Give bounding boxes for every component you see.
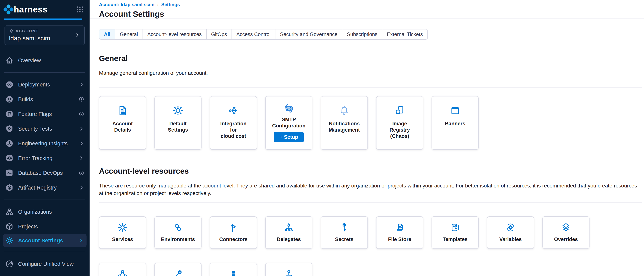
sidebar-item-engineering-insights[interactable]: Engineering Insights [0,136,90,151]
sidebar-item-label: Overview [18,57,41,64]
sidebar-item-account-settings[interactable]: Account Settings [3,234,86,247]
sidebar-item-label: Engineering Insights [18,141,68,147]
harness-logo-text: harness [14,4,48,15]
account-level-cards: Services Environments Connectors Delegat… [99,216,642,249]
card-account-details[interactable]: Account Details [99,96,146,150]
tab-bar: All General Account-level resources GitO… [99,29,428,40]
section-desc-general: Manage general configuration of your acc… [99,69,640,77]
account-name: ldap saml scim [9,35,74,42]
badge-flags-icon [5,110,14,118]
card-label: File Store [386,236,413,243]
card-webhook[interactable] [99,263,146,276]
info-icon [78,170,84,176]
card-ddob[interactable]: DDOB [265,263,312,276]
card-overrides[interactable]: Overrides [542,216,590,249]
tab-access-control[interactable]: Access Control [232,30,275,39]
sidebar-item-error-tracking[interactable]: Error Tracking [0,151,90,166]
layers-icon [561,222,571,233]
sidebar-item-label: Database DevOps [18,170,63,176]
sidebar-item-builds[interactable]: Builds [0,92,90,107]
cube-icon [5,222,14,231]
card-default-settings[interactable]: Default Settings [154,96,202,150]
smtp-icon [283,103,294,114]
app-switcher-grid-icon[interactable] [76,6,84,14]
tab-gitops[interactable]: GitOps [206,30,232,39]
card-integration-for-cloud-cost[interactable]: Integration for cloud cost [210,96,257,150]
card-label: SMTP Configuration [271,116,307,129]
section-divider [99,87,642,88]
card-connectors[interactable]: Connectors [210,216,257,249]
card-bars[interactable] [210,263,257,276]
sidebar-item-label: Account Settings [18,237,63,244]
section-divider [99,202,642,203]
info-icon [78,96,84,102]
partial-row-cards: Feature DDOB [99,263,642,276]
card-label: Notifications Management [327,121,361,133]
tab-all[interactable]: All [99,30,115,39]
card-label: Overrides [552,236,579,243]
bell-icon [339,105,350,116]
page-title: Account Settings [99,10,644,19]
sidebar-divider [4,72,86,73]
sidebar-item-overview[interactable]: Overview [0,53,90,68]
tab-label: GitOps [211,32,227,37]
templates-icon [450,222,460,233]
account-selector[interactable]: ACCOUNT ldap saml scim [4,26,85,45]
sidebar-item-label: Artifact Registry [18,185,57,191]
tab-security-and-governance[interactable]: Security and Governance [275,30,342,39]
breadcrumb-account-link[interactable]: Account: ldap saml scim [99,2,154,7]
breadcrumb-settings-link[interactable]: Settings [162,2,180,7]
tab-account-level-resources[interactable]: Account-level resources [142,30,206,39]
card-delegates[interactable]: Delegates [265,216,312,249]
badge-insights-icon [5,139,14,148]
breadcrumb: Account: ldap saml scim › Settings [99,2,644,7]
tab-external-tickets[interactable]: External Tickets [382,30,428,39]
chevron-icon [78,141,84,146]
card-feature[interactable]: Feature [154,263,202,276]
tab-label: All [104,32,110,37]
tab-label: Access Control [236,32,271,37]
card-label: Templates [441,236,469,243]
tab-subscriptions[interactable]: Subscriptions [342,30,382,39]
card-image-registry-chaos[interactable]: Image Registry (Chaos) [376,96,423,150]
home-icon [5,56,14,65]
card-banners[interactable]: Banners [432,96,479,150]
card-label: Secrets [334,236,355,243]
sidebar-item-database-devops[interactable]: Database DevOps [0,166,90,180]
card-secrets[interactable]: Secrets [321,216,368,249]
sidebar-item-label: Projects [18,223,38,230]
breadcrumb-separator: › [157,2,159,7]
sidebar-item-artifact-registry[interactable]: Artifact Registry [0,180,90,195]
tab-general[interactable]: General [115,30,142,39]
sidebar-item-configure-unified-view[interactable]: Configure Unified View [0,256,90,271]
branch-icon [228,222,238,233]
bars-icon [228,269,238,276]
badge-error-icon [5,154,14,162]
sidebar-item-security-tests[interactable]: Security Tests [0,121,90,136]
tab-label: General [120,32,138,37]
card-services[interactable]: Services [99,216,146,249]
badge-deployments-icon [5,80,14,89]
sidebar-item-deployments[interactable]: Deployments [0,77,90,92]
card-variables[interactable]: Variables [487,216,534,249]
sidebar: harness ACCOUNT ldap saml scim Overview … [0,0,90,276]
card-label: Variables [498,236,523,243]
sidebar-item-label: Error Tracking [18,155,52,161]
setup-button[interactable]: + Setup [274,132,304,142]
tab-label: Subscriptions [347,32,378,37]
tree-icon [284,269,294,276]
sidebar-item-organizations[interactable]: Organizations [0,204,90,219]
card-smtp-configuration[interactable]: SMTP Configuration + Setup [265,96,312,150]
card-label: Delegates [275,236,302,243]
sidebar-item-feature-flags[interactable]: Feature Flags [0,107,90,121]
org-icon [5,208,14,216]
card-file-store[interactable]: File Store [376,216,423,249]
banner-icon [450,105,460,116]
section-title-account-level: Account-level resources [99,167,642,176]
card-templates[interactable]: Templates [432,216,479,249]
account-scope-label: ACCOUNT [16,29,39,33]
sidebar-item-projects[interactable]: Projects [0,219,90,234]
card-notifications-management[interactable]: Notifications Management [321,96,368,150]
sidebar-item-label: Feature Flags [18,111,52,117]
card-environments[interactable]: Environments [154,216,202,249]
